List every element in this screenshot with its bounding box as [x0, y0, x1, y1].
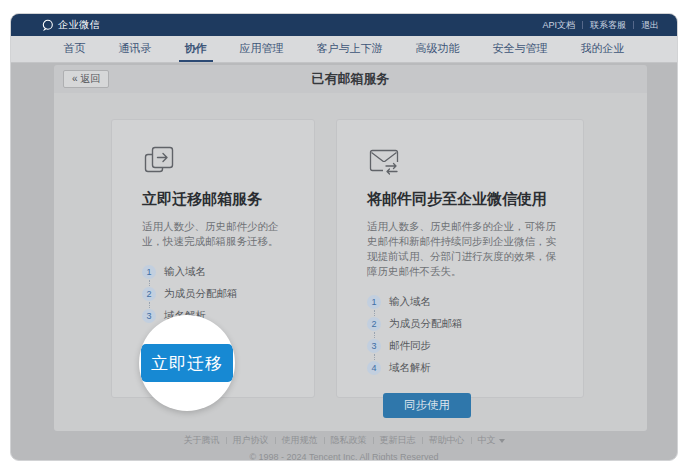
step-number: 2	[367, 317, 381, 331]
nav-item-advanced[interactable]: 高级功能	[410, 36, 466, 62]
nav-item-home[interactable]: 首页	[58, 36, 92, 62]
step-number: 2	[142, 287, 156, 301]
back-button[interactable]: « 返回	[63, 70, 109, 88]
step-connector	[374, 310, 375, 316]
contact-support-link[interactable]: 联系客服	[590, 19, 626, 32]
step-connector	[374, 354, 375, 360]
step-item: 2 为成员分配邮箱	[367, 317, 559, 331]
sync-mail-icon	[367, 144, 401, 178]
divider	[422, 437, 423, 444]
logo-text: 企业微信	[58, 18, 100, 32]
nav-item-collaboration[interactable]: 协作	[179, 36, 213, 62]
wecom-logo[interactable]: 企业微信	[41, 18, 100, 32]
divider	[633, 21, 634, 29]
step-item: 1 输入域名	[367, 295, 559, 309]
caret-down-icon	[499, 439, 505, 443]
step-number: 3	[142, 309, 156, 323]
divider	[471, 437, 472, 444]
migrate-mail-icon	[142, 144, 176, 178]
step-connector	[149, 280, 150, 286]
page-title: 已有邮箱服务	[54, 65, 647, 93]
migrate-steps: 1 输入域名 2 为成员分配邮箱 3 域名解析	[142, 265, 290, 323]
divider	[582, 21, 583, 29]
nav-item-security[interactable]: 安全与管理	[487, 36, 554, 62]
spotlight-highlight: 立即迁移	[139, 315, 235, 411]
step-label: 域名解析	[389, 361, 431, 375]
footer-link-help-center[interactable]: 帮助中心	[429, 434, 465, 447]
sync-mail-card: 将邮件同步至企业微信使用 适用人数多、历史邮件多的企业，可将历史邮件和新邮件持续…	[336, 119, 584, 398]
card-title: 立即迁移邮箱服务	[142, 190, 290, 209]
step-label: 为成员分配邮箱	[389, 317, 463, 331]
panel-header: « 返回 已有邮箱服务	[54, 65, 647, 93]
divider	[275, 437, 276, 444]
language-selector[interactable]: 中文	[478, 434, 505, 447]
footer-links: 关于腾讯 用户协议 使用规范 隐私政策 更新日志 帮助中心 中文	[11, 434, 677, 447]
nav-item-customers[interactable]: 客户与上下游	[311, 36, 389, 62]
card-description: 适用人数少、历史邮件少的企业，快速完成邮箱服务迁移。	[142, 219, 290, 249]
step-number: 1	[142, 265, 156, 279]
main-nav: 首页 通讯录 协作 应用管理 客户与上下游 高级功能 安全与管理 我的企业	[11, 36, 677, 63]
step-label: 输入域名	[164, 265, 206, 279]
topbar: 企业微信 API文档 联系客服 退出	[11, 14, 677, 36]
sync-steps: 1 输入域名 2 为成员分配邮箱 3 邮件同步	[367, 295, 559, 375]
step-item: 3 邮件同步	[367, 339, 559, 353]
footer-link-usage-rules[interactable]: 使用规范	[282, 434, 318, 447]
nav-item-my-company[interactable]: 我的企业	[575, 36, 631, 62]
footer-link-changelog[interactable]: 更新日志	[380, 434, 416, 447]
language-label: 中文	[478, 434, 496, 447]
step-number: 3	[367, 339, 381, 353]
topbar-links: API文档 联系客服 退出	[542, 19, 659, 32]
footer-link-about[interactable]: 关于腾讯	[184, 434, 220, 447]
copyright: © 1998 - 2024 Tencent Inc. All Rights Re…	[11, 452, 677, 461]
step-item: 1 输入域名	[142, 265, 290, 279]
divider	[226, 437, 227, 444]
content-area: « 返回 已有邮箱服务 立即迁移邮箱服务 适用人数少、历史邮件少的企业，快速完成…	[11, 63, 677, 460]
card-title: 将邮件同步至企业微信使用	[367, 190, 559, 209]
sync-use-button[interactable]: 同步使用	[383, 393, 471, 418]
nav-item-contacts[interactable]: 通讯录	[113, 36, 158, 62]
divider	[324, 437, 325, 444]
step-label: 为成员分配邮箱	[164, 287, 238, 301]
step-connector	[149, 302, 150, 308]
api-docs-link[interactable]: API文档	[542, 19, 575, 32]
step-label: 邮件同步	[389, 339, 431, 353]
step-item: 4 域名解析	[367, 361, 559, 375]
migrate-now-button[interactable]: 立即迁移	[141, 344, 233, 382]
nav-item-app-management[interactable]: 应用管理	[234, 36, 290, 62]
app-window: 企业微信 API文档 联系客服 退出 首页 通讯录 协作 应用管理 客户与上下游…	[10, 13, 678, 461]
footer: 关于腾讯 用户协议 使用规范 隐私政策 更新日志 帮助中心 中文 © 1998 …	[11, 434, 677, 461]
footer-link-privacy[interactable]: 隐私政策	[331, 434, 367, 447]
divider	[373, 437, 374, 444]
chat-bubble-logo-icon	[41, 19, 54, 32]
step-number: 4	[367, 361, 381, 375]
logout-link[interactable]: 退出	[641, 19, 659, 32]
card-description: 适用人数多、历史邮件多的企业，可将历史邮件和新邮件持续同步到企业微信，实现提前试…	[367, 219, 559, 279]
step-number: 1	[367, 295, 381, 309]
footer-link-user-agreement[interactable]: 用户协议	[233, 434, 269, 447]
step-item: 2 为成员分配邮箱	[142, 287, 290, 301]
step-connector	[374, 332, 375, 338]
step-label: 输入域名	[389, 295, 431, 309]
